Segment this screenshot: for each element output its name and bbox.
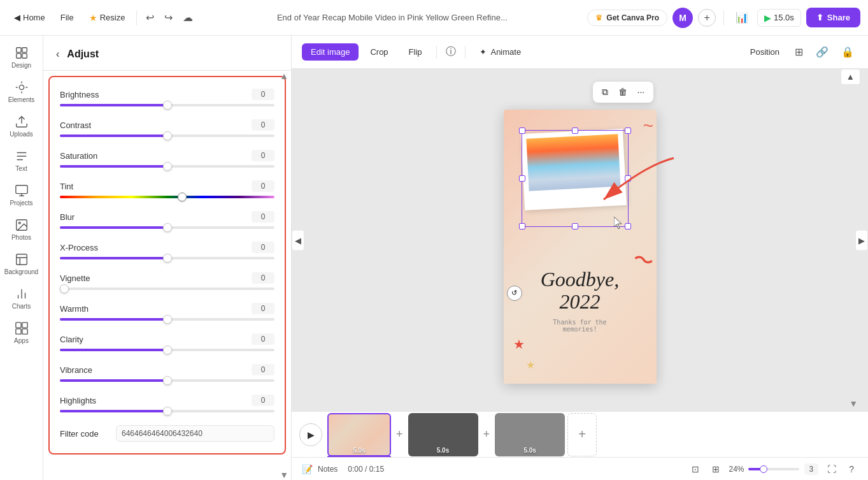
sidebar-item-photos[interactable]: Photos <box>3 213 41 246</box>
analytics-button[interactable]: 📊 <box>732 8 752 27</box>
fullscreen-button[interactable]: ⛶ <box>823 462 840 477</box>
delete-button[interactable]: 🗑 <box>615 84 631 100</box>
canva-pro-button[interactable]: ♛ Get Canva Pro <box>587 10 667 26</box>
grid-view-button[interactable]: ⊞ <box>791 42 807 62</box>
rotation-circle[interactable]: ↺ <box>507 286 522 301</box>
handle-bl[interactable] <box>519 223 525 229</box>
sidebar-item-text[interactable]: Text <box>3 144 41 177</box>
scroll-up-button[interactable]: ▲ <box>280 71 288 81</box>
timeline-clip-1[interactable]: 5.0s <box>327 413 391 456</box>
zoom-slider[interactable] <box>748 468 799 470</box>
design-container: ⧉ 🗑 ··· ~ <box>504 110 657 384</box>
fit-width-button[interactable]: ⊡ <box>688 462 703 477</box>
tint-track[interactable] <box>60 196 274 198</box>
home-button[interactable]: ◀ Home <box>8 9 52 26</box>
adjust-panel: ‹ Adjust ▲ Brightness 0 <box>43 36 292 480</box>
edit-image-tab[interactable]: Edit image <box>302 43 359 61</box>
add-clip-button[interactable]: + <box>567 413 597 456</box>
brightness-value: 0 <box>252 89 274 100</box>
redo-button[interactable]: ↪ <box>160 8 176 27</box>
resize-button[interactable]: ★ Resize <box>83 9 132 27</box>
sidebar-item-charts[interactable]: Charts <box>3 282 41 315</box>
blur-thumb[interactable] <box>163 223 172 232</box>
brightness-thumb[interactable] <box>163 101 172 110</box>
sidebar-item-background[interactable]: Background <box>3 247 41 280</box>
sidebar-item-uploads[interactable]: Uploads <box>3 110 41 143</box>
duplicate-button[interactable]: ⧉ <box>598 84 612 100</box>
scroll-down-button[interactable]: ▼ <box>280 470 288 480</box>
design-icon <box>15 46 29 60</box>
warmth-track[interactable] <box>60 318 274 321</box>
zoom-thumb[interactable] <box>760 465 767 473</box>
saturation-value: 0 <box>252 150 274 161</box>
lock-button[interactable]: 🔒 <box>837 42 858 62</box>
sidebar-item-apps[interactable]: Apps <box>3 316 41 349</box>
share-button[interactable]: ⬆ Share <box>806 8 860 27</box>
canvas-scroll-left-button[interactable]: ◀ <box>292 229 304 251</box>
saturation-track[interactable] <box>60 165 274 168</box>
help-button[interactable]: ? <box>845 462 858 477</box>
handle-tr[interactable] <box>625 127 631 134</box>
vignette-track[interactable] <box>60 287 274 290</box>
canvas-scroll-right-button[interactable]: ▶ <box>855 229 868 251</box>
cloud-save-button[interactable]: ☁ <box>179 8 197 27</box>
flip-tab[interactable]: Flip <box>400 43 431 61</box>
brightness-track[interactable] <box>60 104 274 106</box>
undo-button[interactable]: ↩ <box>142 8 158 27</box>
highlights-track[interactable] <box>60 410 274 412</box>
sidebar-item-design[interactable]: Design <box>3 41 41 74</box>
canvas-main[interactable]: ▲ ◀ ⧉ 🗑 ··· ~ <box>292 69 868 411</box>
animate-tab[interactable]: ✦ Animate <box>471 43 530 61</box>
blur-label: Blur <box>60 212 75 222</box>
add-team-button[interactable]: + <box>698 9 716 27</box>
top-bar: ◀ Home File ★ Resize ↩ ↪ ☁ End of Year R… <box>0 0 868 36</box>
svg-rect-11 <box>15 329 20 334</box>
saturation-thumb[interactable] <box>163 162 172 171</box>
contrast-track[interactable] <box>60 135 274 137</box>
photo-frame[interactable] <box>520 128 626 210</box>
handle-tl[interactable] <box>519 127 525 134</box>
timeline-clip-2[interactable]: 5.0s <box>408 413 478 456</box>
timeline-clip-3[interactable]: 5.0s <box>495 413 565 456</box>
contrast-thumb[interactable] <box>163 131 172 140</box>
info-button[interactable]: ⓘ <box>442 41 460 62</box>
canvas-scroll-bottom-button[interactable]: ▼ <box>846 396 860 411</box>
play-icon: ▶ <box>764 13 771 23</box>
warmth-thumb[interactable] <box>163 315 172 324</box>
position-button[interactable]: Position <box>744 43 786 61</box>
filter-code-input[interactable] <box>116 425 274 442</box>
saturation-slider-row: Saturation 0 <box>50 143 285 174</box>
vignette-thumb[interactable] <box>60 284 69 293</box>
timer-button[interactable]: ▶ 15.0s <box>757 9 801 27</box>
xprocess-thumb[interactable] <box>163 254 172 263</box>
link-button[interactable]: 🔗 <box>812 42 832 62</box>
handle-br[interactable] <box>625 223 631 229</box>
clarity-thumb[interactable] <box>163 345 172 354</box>
tint-slider-row: Tint 0 <box>50 174 285 205</box>
crop-tab[interactable]: Crop <box>361 43 397 61</box>
tint-thumb[interactable] <box>178 193 187 201</box>
sidebar-item-elements[interactable]: Elements <box>3 75 41 108</box>
vibrance-track[interactable] <box>60 379 274 382</box>
more-options-button[interactable]: ··· <box>634 84 649 100</box>
warmth-label: Warmth <box>60 304 89 314</box>
svg-rect-8 <box>16 254 27 265</box>
canvas-scroll-top-button[interactable]: ▲ <box>841 69 860 85</box>
sidebar-item-projects[interactable]: Projects <box>3 178 41 212</box>
blur-track[interactable] <box>60 226 274 229</box>
animate-label: Animate <box>490 47 521 57</box>
adjust-back-button[interactable]: ‹ <box>53 46 62 62</box>
xprocess-track[interactable] <box>60 257 274 259</box>
file-button[interactable]: File <box>54 9 80 26</box>
play-button[interactable]: ▶ <box>299 423 322 446</box>
handle-bm[interactable] <box>572 223 578 229</box>
avatar[interactable]: M <box>672 8 693 28</box>
vibrance-thumb[interactable] <box>163 376 172 385</box>
grid-button[interactable]: ⊞ <box>708 462 723 477</box>
warmth-value: 0 <box>252 303 274 314</box>
chevron-left-icon: ◀ <box>14 13 20 22</box>
vignette-slider-row: Vignette 0 <box>50 266 285 296</box>
brightness-slider-row: Brightness 0 <box>50 82 285 113</box>
highlights-thumb[interactable] <box>163 407 172 416</box>
clarity-track[interactable] <box>60 349 274 351</box>
